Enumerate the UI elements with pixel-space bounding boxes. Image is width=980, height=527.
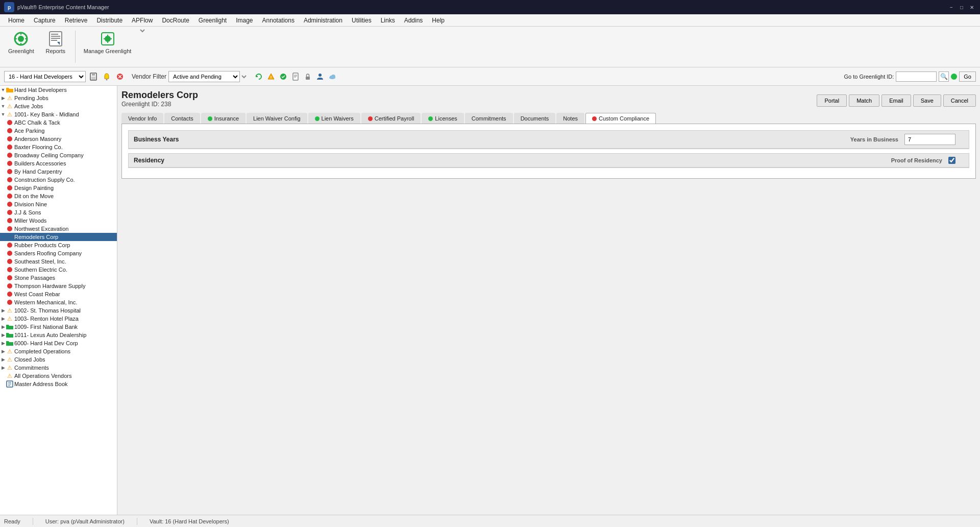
sidebar-item-miller-woods[interactable]: Miller Woods [0, 217, 117, 225]
menu-addins[interactable]: Addins [400, 16, 427, 25]
save-button[interactable]: Save [913, 94, 941, 107]
toolbar-reports-button[interactable]: Reports [40, 29, 71, 56]
filter-check-icon[interactable] [278, 71, 289, 82]
residency-header: Residency Proof of Residency [129, 154, 969, 167]
closed-jobs-label: Closed Jobs [14, 356, 45, 363]
menu-links[interactable]: Links [377, 16, 399, 25]
menu-greenlight[interactable]: Greenlight [194, 16, 231, 25]
close-button[interactable]: ✕ [968, 3, 976, 11]
sub-toolbar: 16 - Hard Hat Developers Vendor Filter A… [0, 67, 980, 86]
menu-distribute[interactable]: Distribute [92, 16, 127, 25]
filter-warning-icon[interactable]: ! [265, 71, 277, 82]
sidebar-item-construction-supply[interactable]: Construction Supply Co. [0, 176, 117, 184]
sidebar-item-by-hand-carpentry[interactable]: By Hand Carpentry [0, 167, 117, 176]
tab-lien-waiver-config[interactable]: Lien Waiver Config [247, 113, 307, 124]
svg-rect-20 [306, 77, 310, 80]
sidebar-item-stone-passages[interactable]: Stone Passages [0, 274, 117, 282]
sidebar-item-dit-on-the-move[interactable]: Dit on the Move [0, 192, 117, 200]
cancel-button[interactable]: Cancel [943, 94, 976, 107]
sidebar-item-job-1003[interactable]: ▶ ⚠ 1003- Renton Hotel Plaza [0, 315, 117, 323]
filter-doc-icon[interactable] [290, 71, 301, 82]
tab-documents[interactable]: Documents [514, 113, 556, 124]
tab-certified-payroll[interactable]: Certified Payroll [361, 113, 421, 124]
tab-notes[interactable]: Notes [556, 113, 584, 124]
sidebar-item-western-mechanical[interactable]: Western Mechanical, Inc. [0, 298, 117, 306]
menu-administration[interactable]: Administration [300, 16, 347, 25]
sidebar-item-rubber-products[interactable]: Rubber Products Corp [0, 241, 117, 249]
sidebar-item-broadway-ceiling[interactable]: Broadway Ceiling Company [0, 151, 117, 159]
menu-home[interactable]: Home [4, 16, 29, 25]
sidebar-item-ace-parking[interactable]: Ace Parking [0, 127, 117, 135]
menu-annotations[interactable]: Annotations [258, 16, 299, 25]
sidebar-item-northwest-excavation[interactable]: Northwest Excavation [0, 225, 117, 233]
sidebar-item-job-1011[interactable]: ▶ 1011- Lexus Auto Dealership [0, 331, 117, 339]
tab-lien-waivers[interactable]: Lien Waivers [308, 113, 360, 124]
toolbar-manage-greenlight-button[interactable]: Manage Greenlight [80, 29, 136, 56]
sidebar-item-pending-jobs[interactable]: ▶ ⚠ Pending Jobs [0, 94, 117, 102]
sidebar-item-job-6000[interactable]: ▶ 6000- Hard Hat Dev Corp [0, 339, 117, 347]
sidebar-item-sanders-roofing[interactable]: Sanders Roofing Company [0, 249, 117, 257]
sidebar-item-master-address[interactable]: Master Address Book [0, 380, 117, 388]
filter-cloud-icon[interactable] [327, 71, 338, 82]
filter-lock-icon[interactable] [302, 71, 313, 82]
filter-refresh-icon[interactable] [253, 71, 264, 82]
menu-retrieve[interactable]: Retrieve [61, 16, 92, 25]
tab-vendor-info[interactable]: Vendor Info [121, 113, 163, 124]
sidebar-item-commitments[interactable]: ▶ ⚠ Commitments [0, 364, 117, 372]
by-hand-carpentry-label: By Hand Carpentry [14, 169, 62, 175]
sidebar-item-builders-accessories[interactable]: Builders Accessories [0, 159, 117, 167]
menu-utilities[interactable]: Utilities [348, 16, 376, 25]
sidebar-item-southeast-steel[interactable]: Southeast Steel, Inc. [0, 257, 117, 266]
menu-help[interactable]: Help [428, 16, 449, 25]
greenlight-search-button[interactable]: 🔍 [939, 71, 949, 82]
sidebar-item-anderson-masonry[interactable]: Anderson Masonry [0, 135, 117, 143]
minimize-button[interactable]: − [947, 3, 955, 11]
tab-contacts[interactable]: Contacts [164, 113, 200, 124]
restore-button[interactable]: □ [958, 3, 966, 11]
years-in-business-input[interactable] [904, 134, 955, 145]
sidebar-root[interactable]: ▼ Hard Hat Developers [0, 86, 117, 94]
sidebar-item-closed-jobs[interactable]: ▶ ⚠ Closed Jobs [0, 355, 117, 364]
email-button[interactable]: Email [881, 94, 911, 107]
portal-button[interactable]: Portal [817, 94, 847, 107]
match-button[interactable]: Match [849, 94, 879, 107]
go-button[interactable]: Go [959, 71, 976, 82]
sidebar-item-remodelers-corp[interactable]: Remodelers Corp [0, 233, 117, 241]
job-6000-icon [6, 340, 13, 347]
sidebar-item-job-1009[interactable]: ▶ 1009- First National Bank [0, 323, 117, 331]
sidebar-item-division-nine[interactable]: Division Nine [0, 200, 117, 208]
menu-apflow[interactable]: APFlow [128, 16, 157, 25]
sidebar-item-west-coast-rebar[interactable]: West Coast Rebar [0, 290, 117, 298]
close-icon-button[interactable] [114, 71, 126, 82]
tab-custom-compliance[interactable]: Custom Compliance [585, 113, 656, 124]
sidebar-item-abc-chalk[interactable]: ABC Chalk & Tack [0, 118, 117, 127]
sidebar-item-job-1002[interactable]: ▶ ⚠ 1002- St. Thomas Hospital [0, 306, 117, 315]
greenlight-go-label: Go to Greenlight ID: [844, 74, 894, 80]
sidebar-item-active-jobs[interactable]: ▼ ⚠ Active Jobs [0, 102, 117, 110]
tab-insurance[interactable]: Insurance [201, 113, 246, 124]
menu-docroute[interactable]: DocRoute [158, 16, 193, 25]
proof-of-residency-checkbox[interactable] [948, 157, 955, 164]
save-icon-button[interactable] [88, 71, 99, 82]
tab-commitments-label: Commitments [472, 115, 506, 122]
sidebar-item-design-painting[interactable]: Design Painting [0, 184, 117, 192]
ace-parking-dot [6, 127, 13, 134]
ace-parking-label: Ace Parking [14, 128, 44, 134]
menu-capture[interactable]: Capture [30, 16, 60, 25]
sidebar-item-baxter-flooring[interactable]: Baxter Flooring Co. [0, 143, 117, 151]
sidebar-item-jj-sons[interactable]: J.J & Sons [0, 208, 117, 217]
sidebar-item-southern-electric[interactable]: Southern Electric Co. [0, 266, 117, 274]
tab-commitments[interactable]: Commitments [465, 113, 513, 124]
filter-person-icon[interactable] [314, 71, 326, 82]
menu-image[interactable]: Image [232, 16, 257, 25]
sidebar-item-thompson-hardware[interactable]: Thompson Hardware Supply [0, 282, 117, 290]
sidebar-item-job-1001[interactable]: ▼ ⚠ 1001- Key Bank - Midland [0, 110, 117, 118]
filter-select[interactable]: Active and Pending Active Only Pending O… [168, 71, 240, 82]
sidebar-item-all-ops-vendors[interactable]: ⚠ All Operations Vendors [0, 372, 117, 380]
tab-licenses[interactable]: Licenses [422, 113, 463, 124]
greenlight-id-input[interactable] [896, 71, 937, 82]
vault-select[interactable]: 16 - Hard Hat Developers [4, 71, 86, 82]
toolbar-greenlight-button[interactable]: Greenlight [4, 29, 38, 56]
bell-icon-button[interactable] [101, 71, 112, 82]
sidebar-item-completed-ops[interactable]: ▶ ⚠ Completed Operations [0, 347, 117, 355]
